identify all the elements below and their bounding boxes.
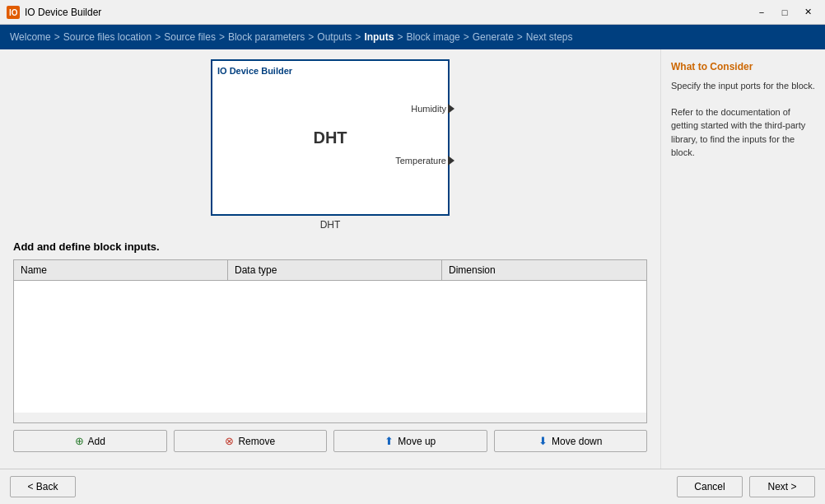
breadcrumb-outputs[interactable]: Outputs (317, 31, 352, 43)
next-button[interactable]: Next > (749, 476, 815, 497)
footer-left: < Back (10, 476, 76, 497)
add-label: Add (88, 436, 105, 447)
footer: < Back Cancel Next > (0, 469, 825, 504)
block-preview-header-label: IO Device Builder (217, 66, 292, 76)
back-button[interactable]: < Back (10, 476, 76, 497)
maximize-button[interactable]: □ (774, 4, 795, 21)
down-arrow-icon: ⬇ (538, 435, 548, 447)
breadcrumb: Welcome > Source files location > Source… (0, 25, 825, 49)
right-sidebar: What to Consider Specify the input ports… (660, 49, 825, 469)
close-button[interactable]: ✕ (797, 4, 818, 21)
humidity-port: Humidity (411, 104, 454, 114)
breadcrumb-next-steps[interactable]: Next steps (526, 31, 573, 43)
move-down-button[interactable]: ⬇ Move down (494, 430, 648, 452)
move-down-label: Move down (552, 436, 602, 447)
app-icon: IO (7, 6, 20, 19)
col-name: Name (14, 260, 228, 280)
block-preview-container: IO Device Builder DHT Humidity Temperatu… (13, 59, 647, 231)
remove-icon: ⊗ (225, 435, 234, 447)
minimize-button[interactable]: − (751, 4, 772, 21)
add-icon: ⊕ (75, 435, 84, 447)
breadcrumb-welcome[interactable]: Welcome (10, 31, 51, 43)
window-controls: − □ ✕ (751, 4, 818, 21)
block-center-label: DHT (313, 128, 347, 147)
add-button[interactable]: ⊕ Add (13, 430, 167, 452)
block-preview: IO Device Builder DHT Humidity Temperatu… (211, 59, 450, 216)
up-arrow-icon: ⬆ (385, 435, 394, 447)
move-up-button[interactable]: ⬆ Move up (333, 430, 487, 452)
buttons-row: ⊕ Add ⊗ Remove ⬆ Move up ⬇ Move down (13, 430, 647, 452)
breadcrumb-block-parameters[interactable]: Block parameters (228, 31, 305, 43)
table-wrapper: Name Data type Dimension (13, 259, 647, 423)
humidity-port-label: Humidity (411, 104, 446, 114)
block-preview-wrapper: IO Device Builder DHT Humidity Temperatu… (211, 59, 450, 231)
humidity-port-arrow (448, 104, 454, 114)
breadcrumb-inputs: Inputs (364, 31, 394, 43)
app-title: IO Device Builder (25, 7, 751, 18)
table-body (14, 281, 646, 413)
temperature-port-label: Temperature (395, 156, 446, 166)
breadcrumb-source-files-location[interactable]: Source files location (63, 31, 151, 43)
breadcrumb-source-files[interactable]: Source files (164, 31, 216, 43)
cancel-button[interactable]: Cancel (677, 476, 743, 497)
block-bottom-label: DHT (320, 219, 341, 231)
table-header-row: Name Data type Dimension (14, 260, 646, 281)
title-bar: IO IO Device Builder − □ ✕ (0, 0, 825, 25)
sidebar-text-1: Specify the input ports for the block. (671, 79, 815, 93)
remove-button[interactable]: ⊗ Remove (174, 430, 328, 452)
remove-label: Remove (238, 436, 275, 447)
temperature-port-arrow (448, 156, 454, 166)
breadcrumb-generate[interactable]: Generate (473, 31, 514, 43)
svg-text:IO: IO (9, 8, 18, 17)
col-datatype: Data type (228, 260, 442, 280)
col-dimension: Dimension (442, 260, 646, 280)
sidebar-text-2: Refer to the documentation of getting st… (671, 105, 815, 160)
temperature-port: Temperature (395, 156, 454, 166)
sidebar-heading: What to Consider (671, 61, 815, 72)
breadcrumb-block-image[interactable]: Block image (406, 31, 459, 43)
footer-right: Cancel Next > (677, 476, 815, 497)
move-up-label: Move up (398, 436, 436, 447)
center-area: IO Device Builder DHT Humidity Temperatu… (0, 49, 660, 469)
section-heading: Add and define block inputs. (13, 240, 647, 253)
main-content: IO Device Builder DHT Humidity Temperatu… (0, 49, 825, 469)
